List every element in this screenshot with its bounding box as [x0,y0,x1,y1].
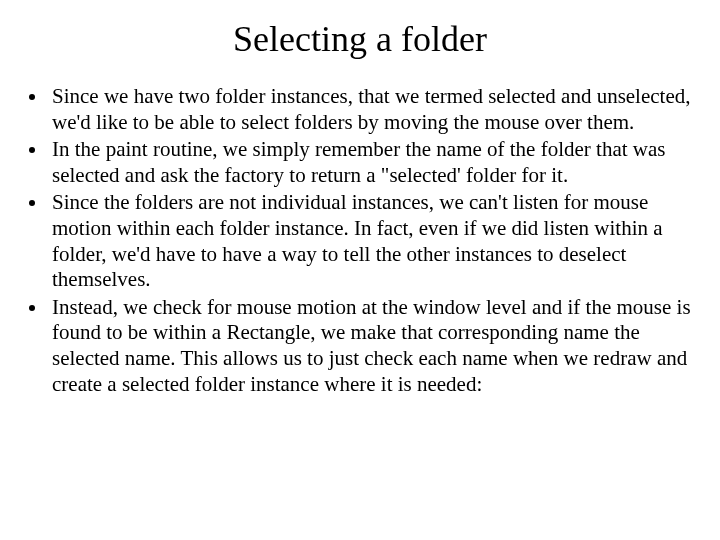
list-item: Since the folders are not individual ins… [48,190,692,292]
list-item: Instead, we check for mouse motion at th… [48,295,692,397]
list-item: Since we have two folder instances, that… [48,84,692,135]
bullet-list: Since we have two folder instances, that… [28,84,692,397]
slide-title: Selecting a folder [28,18,692,60]
list-item: In the paint routine, we simply remember… [48,137,692,188]
slide: Selecting a folder Since we have two fol… [0,0,720,540]
